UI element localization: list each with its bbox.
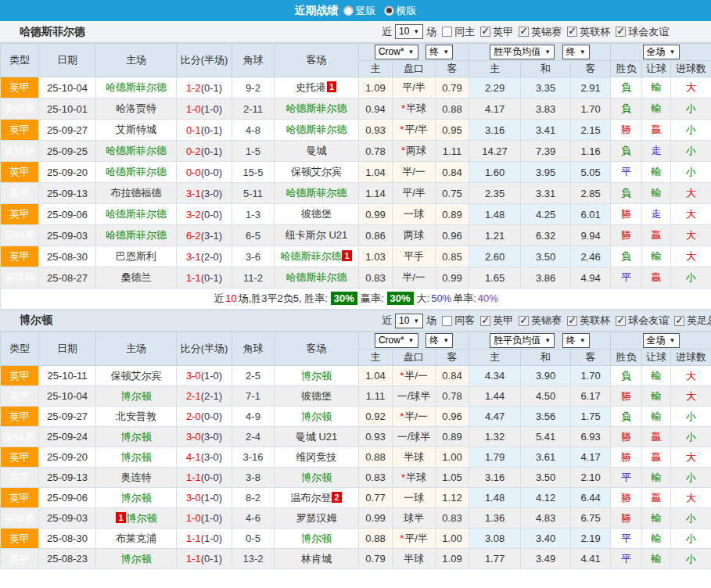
league-filter[interactable]: 英联杯 [562, 25, 610, 39]
corner-score: 2-4 [232, 427, 275, 447]
checkbox-icon[interactable] [442, 316, 452, 326]
odds-home: 0.86 [359, 225, 393, 246]
result-goals: 大 [671, 183, 711, 204]
odds-home: 1.03 [359, 246, 393, 267]
checkbox-icon[interactable] [616, 316, 626, 326]
avg-draw: 3.83 [521, 99, 571, 120]
odds-source-select[interactable]: Crow* [375, 333, 418, 348]
layout-radio[interactable]: 横版 [384, 4, 417, 18]
avg-time-select[interactable]: 终 [562, 333, 590, 348]
home-team-cell: 布莱克浦 [96, 529, 177, 549]
match-date: 25-09-13 [39, 468, 96, 488]
avg-type-select[interactable]: 胜平负均值 [490, 45, 555, 59]
result-goals: 小 [671, 141, 711, 162]
score-cell: 1-0(1-0) [177, 99, 232, 120]
avg-draw: 3.61 [521, 447, 571, 468]
odds-source-select[interactable]: Crow* [375, 45, 418, 59]
section-head-huddersfield: 哈德斯菲尔德 近 10 场 同主 英甲 英锦赛 [0, 21, 711, 43]
avg-draw: 3.90 [521, 366, 571, 386]
odds-home: 0.78 [359, 141, 393, 162]
odds-away: 0.84 [436, 162, 469, 183]
score-cell: 1-1(0-1) [177, 267, 232, 289]
score-cell: 2-1(2-1) [177, 386, 232, 407]
checkbox-icon[interactable] [616, 27, 626, 37]
corner-score: 8-2 [232, 488, 275, 508]
league-filter[interactable]: 球会友谊 [610, 314, 669, 328]
checkbox-icon[interactable] [674, 316, 684, 326]
avg-time-select[interactable]: 终 [562, 45, 590, 59]
match-row: 英锦赛 25-09-03 1博尔顿 1-0(1-0) 4-6 罗瑟汉姆 0.99… [1, 508, 711, 529]
match-date: 25-10-01 [39, 99, 96, 120]
handicap-cell: 平/半 [393, 77, 436, 99]
away-team-cell: 罗瑟汉姆 [275, 508, 359, 529]
halftime-score: (0-0) [201, 411, 222, 422]
checkbox-icon[interactable] [567, 27, 577, 37]
recent-results-page: 近期战绩 竖版 横版 哈德斯菲尔德 近 10 场 同主 [0, 0, 711, 588]
match-count-select[interactable]: 10 [395, 314, 423, 328]
handicap-text: 半/一 [402, 166, 426, 177]
checkbox-icon[interactable] [480, 316, 490, 326]
league-badge: 英锦赛 [1, 225, 39, 246]
away-team-cell: 哈德斯菲尔德 [275, 267, 359, 289]
league-badge: 英锦赛 [1, 508, 39, 529]
match-date: 25-09-03 [39, 225, 96, 246]
scope-select[interactable]: 全场 [643, 333, 680, 348]
league-filter[interactable]: 英锦赛 [513, 25, 562, 39]
avg-home: 14.27 [469, 141, 521, 162]
same-venue-filter[interactable]: 同客 [436, 314, 475, 328]
league-badge: 英锦赛 [1, 99, 39, 120]
halftime-score: (0-0) [201, 209, 222, 220]
league-filter[interactable]: 英足总杯 [669, 314, 711, 328]
league-filter[interactable]: 英锦赛 [513, 314, 562, 328]
layout-radio[interactable]: 竖版 [343, 4, 376, 18]
result-handicap: 輸 [642, 386, 671, 407]
summary-segment: 30% [331, 292, 357, 305]
fulltime-score: 3-1 [186, 251, 201, 263]
odds-time-select[interactable]: 终 [426, 333, 453, 348]
home-team-cell: 博尔顿 [96, 386, 177, 407]
odds-away: 1.11 [436, 141, 469, 162]
same-venue-filter[interactable]: 同主 [436, 25, 475, 39]
col-type: 类型 [1, 332, 39, 366]
result-winlose: 勝 [611, 447, 642, 468]
away-team-cell: 曼城 [275, 141, 359, 162]
odds-time-select[interactable]: 终 [426, 45, 453, 59]
summary-segment: 大: [417, 292, 430, 304]
handicap-cell: 一/球半 [393, 386, 436, 407]
scope-select[interactable]: 全场 [643, 45, 680, 59]
result-winlose: 勝 [611, 120, 642, 141]
avg-draw: 6.32 [521, 225, 571, 246]
avg-type-select[interactable]: 胜平负均值 [490, 333, 555, 348]
checkbox-icon[interactable] [519, 316, 529, 326]
radio-icon[interactable] [343, 5, 354, 16]
result-handicap: 輸 [642, 549, 671, 569]
league-badge: 英甲 [1, 549, 39, 569]
odds-away: 0.79 [436, 77, 469, 99]
handicap-cell: 平/半 [393, 183, 436, 204]
checkbox-icon[interactable] [480, 27, 490, 37]
league-filter[interactable]: 英甲 [475, 314, 513, 328]
match-row: 英甲 25-08-23 博尔顿 1-1(0-1) 13-2 林肯城 0.79 半… [1, 549, 711, 569]
halftime-score: (0-1) [201, 124, 222, 136]
score-cell: 3-1(2-0) [177, 246, 232, 267]
score-cell: 0-2(0-1) [177, 141, 232, 162]
radio-icon[interactable] [384, 5, 394, 16]
checkbox-icon[interactable] [442, 27, 452, 37]
result-winlose: 負 [611, 366, 642, 386]
result-goals: 大 [671, 488, 711, 508]
match-count-select[interactable]: 10 [395, 24, 423, 39]
league-filter[interactable]: 英甲 [475, 25, 513, 39]
same-venue-label: 同客 [454, 314, 475, 328]
result-handicap: 贏 [642, 427, 671, 447]
league-filter-label: 英锦赛 [531, 314, 562, 328]
league-filter[interactable]: 球会友谊 [610, 25, 669, 39]
odds-away: 1.00 [436, 447, 469, 468]
odds-home: 0.94 [359, 99, 393, 120]
score-cell: 3-0(3-0) [177, 427, 232, 447]
col-avg-draw: 和 [521, 61, 571, 77]
col-corner: 角球 [232, 44, 275, 77]
checkbox-icon[interactable] [567, 316, 577, 326]
handicap-text: 半球 [406, 102, 426, 114]
checkbox-icon[interactable] [519, 27, 529, 37]
league-filter[interactable]: 英联杯 [562, 314, 610, 328]
